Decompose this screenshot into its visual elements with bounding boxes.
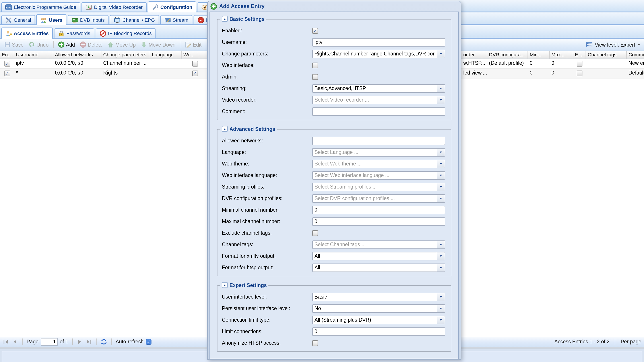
tab-digital-video-recorder[interactable]: Digital Video Recorder xyxy=(82,2,146,12)
row-checkbox[interactable] xyxy=(577,61,582,67)
combo-trigger-icon[interactable] xyxy=(437,305,445,312)
streaming-profiles-combo[interactable]: Select Streaming profiles ... xyxy=(312,183,445,191)
combo-trigger-icon[interactable] xyxy=(437,293,445,301)
username-input[interactable] xyxy=(312,38,445,46)
row-checkbox[interactable] xyxy=(577,71,582,76)
column-header-change-parameters[interactable]: Change parameters xyxy=(102,51,150,59)
tab-users[interactable]: Users xyxy=(36,14,66,25)
row-checkbox[interactable] xyxy=(192,61,198,67)
format-for-htsp-output-combo[interactable]: All xyxy=(312,263,445,272)
combo-trigger-icon[interactable] xyxy=(437,50,445,57)
admin-checkbox[interactable] xyxy=(312,74,318,80)
combo-trigger-icon[interactable] xyxy=(437,195,445,202)
combo-trigger-icon[interactable] xyxy=(437,241,445,248)
column-header-order[interactable]: order xyxy=(462,51,487,59)
page-first-icon[interactable] xyxy=(3,338,9,345)
page-next-icon[interactable] xyxy=(76,338,83,345)
combo-trigger-icon[interactable] xyxy=(437,183,445,191)
page-last-icon[interactable] xyxy=(86,338,92,345)
tab-channel-epg[interactable]: Channel / EPG xyxy=(110,15,159,24)
channel-tags-combo[interactable]: Select Channel tags ... xyxy=(312,240,445,249)
column-header-comme[interactable]: Comme xyxy=(627,51,644,59)
page-prev-icon[interactable] xyxy=(12,338,18,345)
combo-trigger-icon[interactable] xyxy=(437,316,445,324)
language-combo[interactable]: Select Language ... xyxy=(312,148,445,156)
tab-electronic-programme-guide[interactable]: EPGElectronic Programme Guide xyxy=(1,2,80,12)
edit-button[interactable]: Edit xyxy=(182,40,204,49)
row-checkbox[interactable] xyxy=(4,61,10,67)
user-interface-level-combo[interactable]: Basic xyxy=(312,293,445,301)
column-header-e[interactable]: E... xyxy=(573,51,586,59)
collapse-icon[interactable] xyxy=(222,282,228,288)
combo-trigger-icon[interactable] xyxy=(437,85,445,92)
dvr-configuration-profiles-combo[interactable]: Select DVR configuration profiles ... xyxy=(312,194,445,203)
video-recorder-combo[interactable]: Select Video recorder ... xyxy=(312,96,445,104)
collapse-icon[interactable] xyxy=(222,16,228,22)
add-button[interactable]: Add xyxy=(56,40,77,49)
dialog-titlebar[interactable]: Add Access Entry xyxy=(208,1,461,11)
column-header-mini[interactable]: Mini... xyxy=(528,51,550,59)
move-up-button[interactable]: Move Up xyxy=(105,40,138,49)
enabled-checkbox[interactable] xyxy=(312,28,318,34)
anonymize-htsp-access-checkbox[interactable] xyxy=(312,340,318,346)
web-theme-combo[interactable]: Select Web theme ... xyxy=(312,159,445,168)
column-header-allowed-networks[interactable]: Allowed networks xyxy=(53,51,102,59)
dialog-form: Basic SettingsEnabled:Username:Change pa… xyxy=(210,12,458,352)
change-parameters-combo[interactable]: Rights,Channel number range,Channel tags… xyxy=(312,50,445,58)
move-down-button[interactable]: Move Down xyxy=(138,40,178,49)
tab-general[interactable]: General xyxy=(1,15,35,24)
combo-trigger-icon[interactable] xyxy=(437,160,445,167)
tab-configuration[interactable]: Configuration xyxy=(148,1,196,13)
column-header-dvr-configura[interactable]: DVR configura... xyxy=(487,51,528,59)
row-checkbox[interactable] xyxy=(192,71,198,76)
tab-ip-blocking-records[interactable]: IPIP Blocking Records xyxy=(96,28,156,38)
connection-limit-type-label: Connection limit type: xyxy=(222,317,312,322)
combo-trigger-icon[interactable] xyxy=(437,264,445,271)
save-button[interactable]: Save xyxy=(2,40,26,49)
page-number-input[interactable] xyxy=(41,338,58,345)
streaming-combo[interactable]: Basic,Advanced,HTSP xyxy=(312,84,445,92)
column-header-username[interactable]: Username xyxy=(14,51,53,59)
combo-value: Select Video recorder ... xyxy=(313,96,437,104)
combo-trigger-icon[interactable] xyxy=(437,171,445,179)
tab-label: Electronic Programme Guide xyxy=(14,5,76,10)
view-level-button[interactable]: View level: Expert ▼ xyxy=(586,41,642,48)
tab-dvb-inputs[interactable]: DVB Inputs xyxy=(68,15,108,24)
allowed-networks-input[interactable] xyxy=(312,136,445,145)
auto-refresh-checkbox[interactable] xyxy=(146,339,152,344)
comment-input[interactable] xyxy=(312,107,445,116)
combo-trigger-icon[interactable] xyxy=(437,96,445,104)
combo-value: All (Streaming plus DVR) xyxy=(313,316,437,324)
format-for-xmltv-output-combo[interactable]: All xyxy=(312,252,445,260)
save-icon xyxy=(4,41,11,48)
tab-stream[interactable]: Stream xyxy=(160,15,192,24)
delete-button[interactable]: Delete xyxy=(78,40,105,49)
web-interface-checkbox[interactable] xyxy=(312,62,318,68)
fieldset-title: Expert Settings xyxy=(230,282,267,288)
web-interface-label: Web interface: xyxy=(222,63,312,68)
column-header-maxi[interactable]: Maxi... xyxy=(550,51,573,59)
combo-value: Basic xyxy=(313,293,437,301)
tv-icon xyxy=(114,17,121,23)
row-checkbox[interactable] xyxy=(4,71,10,76)
refresh-icon[interactable] xyxy=(100,338,107,345)
field-row: Minimal channel number: xyxy=(222,204,446,216)
limit-connections-input[interactable] xyxy=(312,327,445,336)
exclude-channel-tags-checkbox[interactable] xyxy=(312,230,318,236)
persistent-user-interface-level-combo[interactable]: No xyxy=(312,304,445,312)
column-header-channel-tags[interactable]: Channel tags xyxy=(586,51,627,59)
undo-button[interactable]: Undo xyxy=(26,40,51,49)
connection-limit-type-combo[interactable]: All (Streaming plus DVR) xyxy=(312,316,445,324)
column-header-we[interactable]: We... xyxy=(182,51,208,59)
maximal-channel-number-input[interactable] xyxy=(312,217,445,226)
combo-trigger-icon[interactable] xyxy=(437,148,445,156)
column-header-en[interactable]: En... xyxy=(0,51,14,59)
tab-access-entries[interactable]: Access Entries xyxy=(1,28,53,39)
tab-passwords[interactable]: Passwords xyxy=(54,28,94,38)
column-header-language[interactable]: Language xyxy=(150,51,182,59)
combo-trigger-icon[interactable] xyxy=(437,252,445,260)
collapse-icon[interactable] xyxy=(222,126,228,132)
minimal-channel-number-input[interactable] xyxy=(312,206,445,214)
web-interface-language-combo[interactable]: Select Web interface language ... xyxy=(312,171,445,179)
cell-text: 0.0.0.0/0,::/0 xyxy=(55,70,83,75)
